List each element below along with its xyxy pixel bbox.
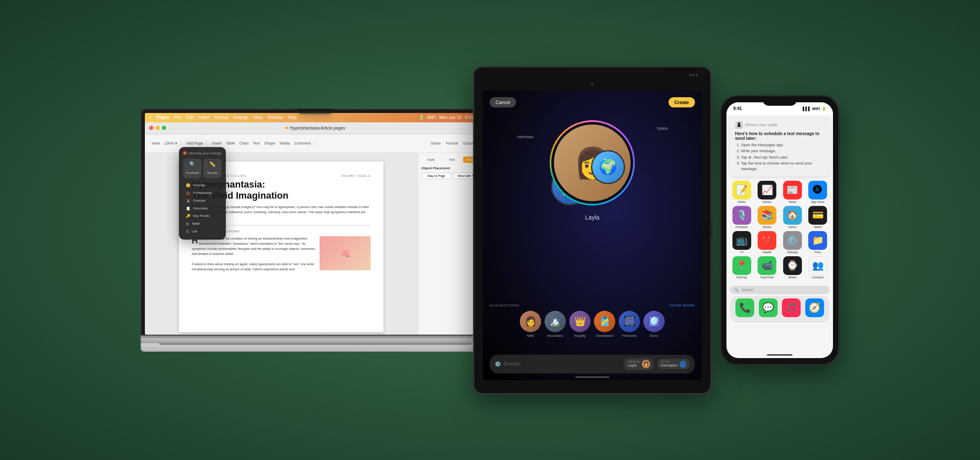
apps-row-2: 🎙️ Podcasts 📚 Books 🏠 Home 💳 — [729, 206, 830, 229]
sidebar-tab-text[interactable]: Text — [442, 156, 461, 163]
ai-writing-panel[interactable]: Describe your change 🔍 Proofread ✏️ Rewr… — [179, 147, 226, 240]
app-files[interactable]: 📁 Files — [808, 231, 827, 254]
app-notes[interactable]: 📝 Notes — [732, 181, 751, 203]
dock-row: 📞 💬 🎵 🧭 — [733, 298, 826, 317]
insert-menu[interactable]: Insert — [199, 115, 209, 120]
show-more-btn[interactable]: SHOW MORE — [669, 304, 695, 307]
astronaut-floating: 👨‍🚀 Astronaut — [517, 133, 533, 139]
pages-menu[interactable]: Pages — [157, 115, 169, 120]
iphone-frame: 9:41 ▌▌▌ WiFi 🔋 📱 iPhone User Guide Here… — [720, 95, 839, 365]
ipad-describe-input[interactable]: ⚙️ Describe — [495, 361, 620, 367]
describe-placeholder: Describe — [504, 362, 520, 366]
fullscreen-button[interactable] — [162, 126, 166, 130]
format-menu[interactable]: Format — [215, 115, 228, 120]
app-podcasts[interactable]: 🎙️ Podcasts — [732, 206, 751, 229]
arrange-menu[interactable]: Arrange — [233, 115, 248, 120]
style-chip-value: Animation — [660, 363, 677, 367]
app-books[interactable]: 📚 Books — [758, 206, 776, 229]
edit-menu[interactable]: Edit — [186, 115, 193, 120]
space-avatar: 🌍 — [591, 150, 625, 184]
suggestion-name-mountains: Mountains — [548, 334, 563, 338]
sidebar-tab-style[interactable]: Style — [421, 156, 441, 163]
shape-btn[interactable]: Shape — [262, 140, 277, 146]
ipad-style-chip[interactable]: STYLE Animation 🌀 — [657, 359, 690, 369]
app-facetime[interactable]: 📹 FaceTime — [758, 256, 776, 279]
suggestion-royalty[interactable]: 👑 Royalty — [569, 311, 591, 338]
suggestion-disco[interactable]: 🪩 Disco — [643, 311, 665, 338]
person-chip-label: PERSON — [627, 360, 640, 363]
suggestion-nikki[interactable]: 👩 Nikki — [520, 311, 541, 338]
proofread-icon: 🔍 — [185, 161, 200, 167]
app-tv[interactable]: 📺 TV — [732, 231, 751, 254]
ipad-person-chip[interactable]: PERSON Layla 👩 — [624, 358, 654, 370]
dock-music[interactable]: 🎵 — [782, 298, 801, 317]
app-wallet[interactable]: 💳 Wallet — [808, 206, 827, 229]
text-btn[interactable]: Text — [251, 140, 262, 146]
insert-btn[interactable]: Insert — [210, 140, 223, 146]
ai-friendly-item[interactable]: 😊 Friendly — [183, 182, 222, 189]
ai-concise-item[interactable]: ✂️ Concise — [183, 197, 222, 205]
ai-professional-item[interactable]: 💼 Professional — [183, 189, 222, 197]
app-settings[interactable]: ⚙️ Settings — [783, 231, 802, 254]
view-toolbar-btn[interactable]: View — [150, 140, 161, 146]
app-watch[interactable]: ⌚ Watch — [783, 256, 802, 279]
dock-messages[interactable]: 💬 — [759, 298, 778, 317]
animation-icon: 🌀 — [679, 361, 686, 367]
apple-menu[interactable]:  — [150, 115, 152, 120]
ai-summary-item[interactable]: 📋 Summary — [183, 205, 222, 212]
iphone-notification[interactable]: 📱 iPhone User Guide Here's how to schedu… — [730, 117, 830, 177]
ipad-cancel-button[interactable]: Cancel — [490, 97, 516, 107]
proofread-btn[interactable]: 🔍 Proofread — [183, 159, 202, 178]
app-news[interactable]: 📰 News — [783, 181, 802, 203]
ai-keypoints-item[interactable]: 🔑 Key Points — [183, 212, 222, 220]
suggestion-sweatband[interactable]: 🎽 Sweatband — [594, 311, 615, 338]
zoom-toolbar-btn[interactable]: 136% ▾ — [162, 140, 179, 146]
iphone-status-right: ▌▌▌ WiFi 🔋 — [803, 107, 826, 111]
app-stocks[interactable]: 📈 Stocks — [758, 181, 776, 203]
chart-btn[interactable]: Chart — [237, 140, 250, 146]
app-home[interactable]: 🏠 Home — [783, 206, 802, 229]
dock-phone[interactable]: 📞 — [735, 298, 754, 317]
ipad-create-button[interactable]: Create — [669, 97, 695, 107]
suggestion-name-royalty: Royalty — [574, 334, 586, 338]
books-icon: 📚 — [758, 206, 776, 225]
stocks-icon: 📈 — [758, 181, 776, 200]
rewrite-btn[interactable]: ✏️ Rewrite — [203, 159, 222, 178]
close-button[interactable] — [149, 126, 153, 130]
format-sidebar-btn[interactable]: Format — [444, 140, 460, 146]
stay-on-page-btn[interactable]: Stay on Page — [421, 173, 451, 179]
wifi-icon: WiFi — [812, 107, 820, 111]
suggestion-mountains[interactable]: 🏔️ Mountains — [545, 311, 566, 338]
suggestion-fireworks[interactable]: 🎆 Fireworks — [619, 311, 640, 338]
share-btn[interactable]: Share — [429, 140, 442, 146]
style-chip-label: STYLE — [660, 360, 677, 363]
suggestion-name-disco: Disco — [650, 334, 658, 338]
media-btn[interactable]: Media — [278, 140, 292, 146]
window-menu[interactable]: Window — [268, 115, 283, 120]
file-menu[interactable]: File — [174, 115, 181, 120]
add-page-btn[interactable]: Add Page — [184, 140, 205, 146]
iphone-search[interactable]: 🔍 Search — [730, 286, 830, 294]
view-menu[interactable]: View — [254, 115, 263, 120]
findmy-label: Find My — [736, 276, 747, 279]
app-findmy[interactable]: 📍 Find My — [732, 256, 751, 279]
ai-buttons-row[interactable]: 🔍 Proofread ✏️ Rewrite — [183, 159, 222, 178]
app-contacts[interactable]: 👥 Contacts — [808, 256, 827, 279]
ai-table-item[interactable]: ⊞ Table — [183, 220, 222, 228]
app-health[interactable]: ❤️ Health — [758, 231, 776, 254]
help-menu[interactable]: Help — [288, 115, 297, 120]
table-btn[interactable]: Table — [224, 140, 237, 146]
ipad-dot-2 — [693, 74, 695, 76]
ipad-dot-3 — [696, 74, 698, 76]
iphone-power-button[interactable] — [839, 130, 840, 142]
app-appstore[interactable]: 🅐 App Store — [808, 181, 827, 203]
settings-icon: ⚙️ — [783, 231, 802, 250]
notes-icon: 📝 — [732, 181, 751, 200]
ai-list-item[interactable]: ☰ List — [183, 228, 222, 235]
apps-row-4: 📍 Find My 📹 FaceTime ⌚ Watch 👥 — [729, 256, 830, 279]
comment-btn[interactable]: Comment — [293, 140, 313, 146]
dock-safari[interactable]: 🧭 — [805, 298, 824, 317]
ipad-bottom-bar[interactable]: ⚙️ Describe PERSON Layla 👩 STYLE Ani — [490, 355, 695, 373]
ipad-side-button[interactable] — [711, 222, 712, 239]
minimize-button[interactable] — [156, 126, 160, 130]
